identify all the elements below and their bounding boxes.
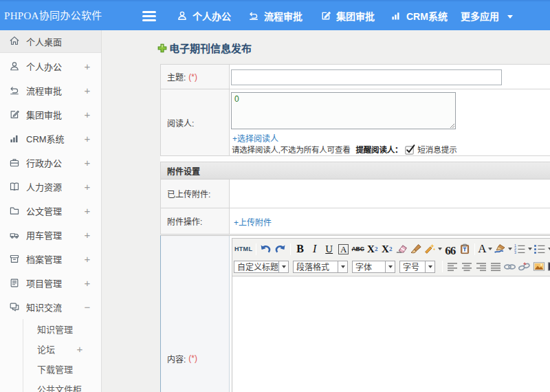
attachment-actions-label: 附件操作: — [167, 215, 202, 227]
resize-handle-icon[interactable] — [448, 122, 455, 129]
editor-forecolor-button[interactable]: A — [477, 241, 493, 257]
nav-item-crm-system[interactable]: CRM系统 — [390, 1, 448, 30]
sidebar-item-workflow-approval[interactable]: 流程审批+ — [0, 78, 101, 102]
editor-superscript-button[interactable]: X2 — [365, 241, 380, 257]
expander-icon[interactable]: + — [82, 109, 93, 120]
editor-align-right-button[interactable] — [474, 259, 488, 274]
expander-icon[interactable]: + — [82, 229, 93, 241]
editor-bold-button[interactable]: B — [293, 241, 307, 257]
editor-fontname-button[interactable]: A — [336, 241, 351, 257]
subject-input[interactable] — [231, 69, 502, 85]
editor-align-center-button[interactable] — [459, 259, 474, 274]
sidebar-subitem-download-mgmt[interactable]: 下载管理 — [0, 359, 101, 379]
editor-formatpaint-button[interactable] — [408, 241, 423, 257]
readers-field-cell: 0 +选择阅读人 请选择阅读人,不选为所有人可查看 提醒阅读人： 短消息提示 — [230, 89, 550, 155]
editor-image-button[interactable] — [531, 259, 546, 274]
expander-icon[interactable]: + — [82, 157, 93, 168]
subject-row: 主题: (*) — [161, 65, 550, 89]
editor-source-button[interactable]: HTML — [234, 241, 253, 257]
editor-italic-button[interactable]: I — [307, 241, 322, 257]
sidebar-item-crm-system[interactable]: CRM系统+ — [0, 127, 101, 151]
attachments-section-header: 附件设置 — [161, 162, 550, 179]
editor-hilitecolor-button[interactable] — [493, 241, 513, 257]
sidebar-item-archive-mgmt[interactable]: 档案管理+ — [0, 247, 101, 271]
readers-row: 阅读人: 0 +选择阅读人 请选择阅读人,不选为所有人可查看 提醒阅读人： 短消… — [161, 89, 550, 155]
toolbar-separator — [474, 243, 475, 255]
expander-icon[interactable]: − — [82, 301, 93, 313]
select-caret-button[interactable] — [338, 261, 347, 272]
sidebar-item-personal-office[interactable]: 个人办公+ — [0, 54, 101, 78]
sidebar-item-label: 用车管理 — [26, 228, 62, 241]
select-caret-button[interactable] — [425, 261, 434, 272]
attachment-actions-label-cell: 附件操作: — [161, 208, 230, 234]
editor-quote-button[interactable]: 66 — [443, 241, 457, 257]
editor-pastetext-button[interactable] — [457, 241, 472, 257]
editor-toolbar-row1: HTMLBIUAABCX2X266A123 — [234, 239, 550, 259]
editor-unlink-button[interactable] — [517, 259, 531, 274]
editor-fontsize-select[interactable]: 字号 — [399, 261, 435, 273]
nav-item-group-approval[interactable]: 集团审批 — [320, 1, 375, 30]
editor-link-button[interactable] — [503, 259, 517, 274]
nav-item-personal-office[interactable]: 个人办公 — [177, 1, 231, 30]
expander-icon[interactable]: + — [82, 253, 93, 265]
sidebar: 个人桌面个人办公+流程审批+集团审批+CRM系统+行政办公+人力资源+公文管理+… — [0, 30, 102, 392]
sidebar-item-label: 项目管理 — [26, 276, 62, 290]
content-row: 内容: (*) HTMLBIUAABCX2X266A123 自定义标题段落格式字… — [161, 236, 550, 392]
caret-down-icon — [508, 248, 512, 250]
sidebar-subitem-forum[interactable]: 论坛+ — [0, 339, 101, 359]
expander-icon[interactable]: + — [82, 181, 93, 193]
expander-icon[interactable]: + — [82, 133, 93, 144]
select-caret-button[interactable] — [278, 261, 288, 272]
toolbar-separator — [442, 261, 443, 272]
sidebar-item-project-mgmt[interactable]: 项目管理+ — [0, 271, 101, 295]
editor-align-left-button[interactable] — [445, 259, 459, 274]
editor-redo-button[interactable] — [273, 241, 287, 257]
choose-readers-link[interactable]: +选择阅读人 — [232, 132, 278, 144]
editor-align-justify-button[interactable] — [488, 259, 503, 274]
editor-unorderedlist-button[interactable] — [533, 241, 550, 257]
editor-subscript-button[interactable]: X2 — [380, 241, 394, 257]
nav-item-label: 集团审批 — [336, 9, 375, 23]
toolbar-separator — [256, 243, 256, 255]
sidebar-subitem-knowledge-mgmt[interactable]: 知识管理 — [0, 319, 101, 339]
select-caret-button[interactable] — [385, 261, 395, 272]
editor-fontfamily-select[interactable]: 字体 — [352, 261, 395, 273]
sidebar-item-label: 行政办公 — [26, 156, 62, 169]
readers-label: 阅读人: — [167, 117, 194, 129]
expander-icon[interactable]: + — [82, 85, 93, 96]
readers-hint-line: 请选择阅读人,不选为所有人可查看 提醒阅读人： 短消息提示 — [232, 144, 457, 155]
editor-underline-button[interactable]: U — [322, 241, 336, 257]
expander-icon[interactable]: + — [82, 205, 93, 217]
sidebar-item-label: 档案管理 — [26, 252, 62, 265]
editor-toolbar-row2: 自定义标题段落格式字体字号 — [234, 259, 550, 274]
sidebar-item-group-approval[interactable]: 集团审批+ — [0, 102, 101, 127]
expander-icon[interactable]: + — [82, 277, 93, 289]
sidebar-item-personal-desktop[interactable]: 个人桌面 — [0, 30, 101, 53]
readers-textarea[interactable]: 0 — [231, 92, 456, 129]
sidebar-item-official-doc-mgmt[interactable]: 公文管理+ — [0, 199, 101, 223]
editor-media-button[interactable] — [546, 259, 550, 274]
sms-checkbox[interactable] — [405, 144, 415, 155]
nav-item-more-apps[interactable]: 更多应用 — [461, 1, 514, 30]
editor-headings-select[interactable]: 自定义标题 — [234, 261, 289, 273]
expander-icon[interactable]: + — [82, 61, 93, 72]
editor-undo-button[interactable] — [258, 241, 273, 257]
content-label-cell: 内容: (*) — [161, 236, 230, 392]
book-icon — [9, 181, 20, 193]
sidebar-item-knowledge-exchange[interactable]: 知识交流− — [0, 295, 101, 319]
editor-removeformat-button[interactable] — [394, 241, 408, 257]
upload-attachment-link[interactable]: +上传附件 — [234, 215, 272, 227]
sidebar-subitem-public-file-cabinet[interactable]: 公共文件柜 — [0, 379, 101, 392]
editor-autotypeset-button[interactable] — [423, 241, 443, 257]
workflow-icon — [248, 10, 259, 22]
nav-item-workflow-approval[interactable]: 流程审批 — [248, 1, 302, 30]
expander-icon[interactable]: + — [74, 343, 85, 355]
sidebar-item-vehicle-mgmt[interactable]: 用车管理+ — [0, 223, 101, 247]
editor-orderedlist-button[interactable]: 123 — [513, 241, 533, 257]
sidebar-item-human-resources[interactable]: 人力资源+ — [0, 175, 101, 199]
editor-strikethrough-button[interactable]: ABC — [351, 241, 365, 257]
editor-paragraph-select[interactable]: 段落格式 — [293, 261, 348, 273]
editor-content-area[interactable] — [232, 276, 550, 392]
sidebar-item-admin-office[interactable]: 行政办公+ — [0, 151, 101, 175]
caret-down-icon — [528, 248, 532, 250]
